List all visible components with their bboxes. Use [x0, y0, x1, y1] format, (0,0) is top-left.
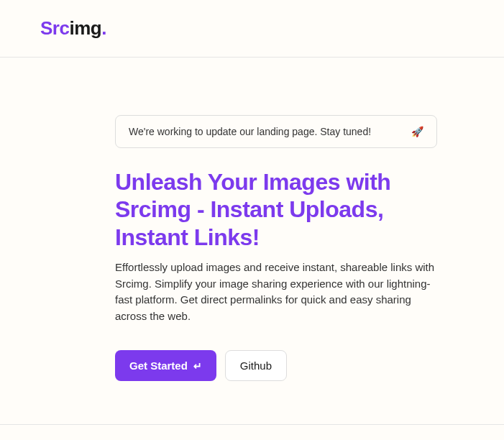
hero-description: Effortlessly upload images and receive i…	[115, 260, 446, 324]
main-content: We're working to update our landing page…	[0, 58, 504, 425]
logo-part-src: Src	[40, 17, 69, 39]
logo-part-img: img	[69, 17, 101, 39]
enter-icon: ↵	[193, 360, 202, 372]
get-started-button[interactable]: Get Started ↵	[115, 350, 216, 381]
github-button[interactable]: Github	[225, 350, 287, 381]
rocket-icon: 🚀	[411, 126, 423, 137]
logo[interactable]: Srcimg.	[40, 17, 464, 40]
hero-title: Unleash Your Images with Srcimg - Instan…	[115, 168, 460, 251]
header: Srcimg.	[0, 0, 504, 58]
get-started-label: Get Started	[129, 359, 188, 372]
button-row: Get Started ↵ Github	[115, 350, 464, 381]
announcement-banner: We're working to update our landing page…	[115, 115, 437, 148]
logo-dot: .	[101, 17, 106, 39]
banner-text: We're working to update our landing page…	[129, 126, 407, 137]
